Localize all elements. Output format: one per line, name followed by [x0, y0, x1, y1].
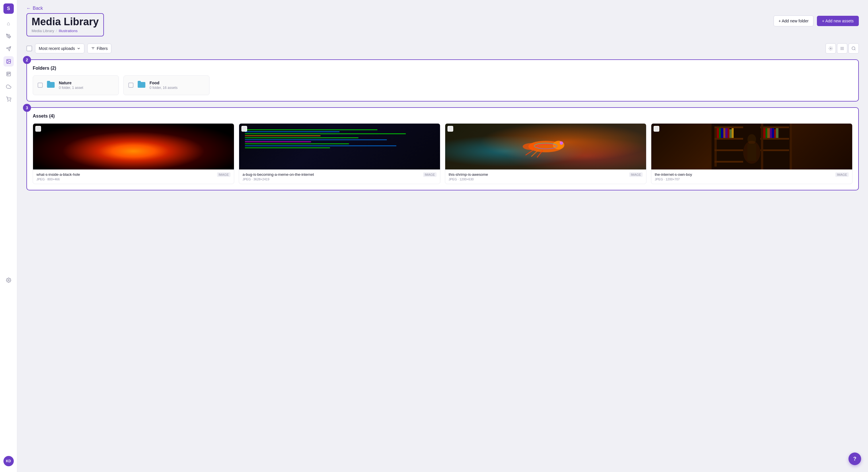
folder-food-info: Food 0 folder, 16 assets [150, 80, 205, 90]
svg-rect-45 [761, 138, 789, 140]
help-button[interactable]: ? [848, 452, 861, 465]
svg-rect-33 [714, 138, 743, 140]
shrimp-art-svg [445, 124, 646, 169]
asset-laptop-checkbox[interactable] [241, 126, 247, 132]
asset-shrimp-image-wrapper [445, 124, 646, 169]
asset-shrimp-checkbox[interactable] [447, 126, 453, 132]
asset-blackhole-checkbox[interactable] [35, 126, 41, 132]
asset-laptop-image-wrapper [239, 124, 440, 169]
filter-icon [91, 46, 95, 50]
assets-section-number: 3 [23, 104, 31, 112]
asset-laptop-type: IMAGE [423, 172, 437, 177]
asset-shrimp-meta: JPEG · 1200×630 [448, 177, 488, 181]
folder-card-nature[interactable]: Nature 0 folder, 1 asset [33, 75, 119, 95]
select-all-checkbox[interactable] [26, 45, 32, 51]
asset-shrimp-type: IMAGE [629, 172, 643, 177]
sidebar-item-cloud[interactable] [3, 81, 14, 92]
user-avatar[interactable]: KD [3, 456, 14, 466]
svg-rect-38 [721, 128, 723, 138]
filter-button[interactable]: Filters [87, 43, 112, 53]
svg-rect-55 [776, 128, 778, 138]
svg-rect-40 [725, 128, 727, 138]
svg-point-8 [8, 101, 8, 102]
folders-grid: Nature 0 folder, 1 asset Food 0 folder, … [33, 75, 852, 95]
toolbar-left: Most recent uploads Filters [26, 43, 112, 53]
svg-rect-49 [763, 128, 766, 138]
folder-icon [137, 80, 146, 89]
settings-view-button[interactable] [826, 43, 836, 54]
asset-library-meta: JPEG · 1200×707 [655, 177, 692, 181]
assets-grid: what-s-inside-a-black-hole JPEG · 800×46… [33, 123, 852, 184]
svg-rect-7 [9, 73, 9, 74]
back-nav[interactable]: ← Back [26, 6, 859, 11]
svg-rect-36 [717, 128, 719, 138]
list-view-button[interactable] [837, 43, 847, 54]
add-folder-button[interactable]: + Add new folder [774, 15, 813, 26]
svg-rect-43 [732, 128, 734, 138]
asset-library-text: the-internet-s-own-boy JPEG · 1200×707 [655, 172, 692, 181]
svg-rect-5 [7, 72, 11, 76]
search-icon [851, 46, 856, 51]
folder-nature-checkbox[interactable] [38, 82, 43, 88]
sidebar-item-brush[interactable] [3, 31, 14, 41]
header-actions: + Add new folder + Add new assets [774, 13, 859, 26]
add-assets-button[interactable]: + Add new assets [817, 16, 859, 26]
svg-rect-47 [761, 124, 763, 169]
svg-rect-42 [730, 129, 732, 138]
asset-library-name: the-internet-s-own-boy [655, 172, 692, 177]
folder-nature-name: Nature [59, 80, 114, 85]
sidebar-item-send[interactable] [3, 43, 14, 54]
breadcrumb-separator: / [56, 29, 57, 33]
asset-library-image-wrapper [651, 124, 852, 169]
header-row: Media Library Media Library / Illustrati… [26, 13, 859, 36]
sidebar-item-media[interactable] [3, 56, 14, 67]
toolbar-right [826, 43, 859, 54]
library-art-svg [651, 124, 852, 169]
folders-section-title: Folders (2) [33, 66, 852, 71]
filter-label: Filters [97, 46, 107, 51]
sort-dropdown[interactable]: Most recent uploads [35, 43, 84, 53]
asset-library-type: IMAGE [835, 172, 849, 177]
svg-rect-39 [723, 128, 725, 138]
asset-card-laptop[interactable]: a-bug-is-becoming-a-meme-on-the-internet… [239, 123, 440, 184]
sidebar-item-home[interactable]: ⌂ [3, 19, 14, 29]
svg-rect-44 [761, 127, 789, 128]
asset-library-checkbox[interactable] [654, 126, 659, 132]
asset-card-library[interactable]: the-internet-s-own-boy JPEG · 1200×707 I… [651, 123, 852, 184]
svg-rect-35 [714, 161, 743, 163]
svg-point-23 [560, 141, 561, 143]
asset-shrimp-text: this-shrimp-is-awesome JPEG · 1200×630 [448, 172, 488, 181]
folders-section-number: 2 [23, 56, 31, 64]
sidebar-item-cart[interactable] [3, 94, 14, 104]
list-icon [840, 46, 844, 51]
asset-laptop-info: a-bug-is-becoming-a-meme-on-the-internet… [239, 169, 440, 184]
asset-blackhole-type: IMAGE [217, 172, 230, 177]
svg-rect-32 [714, 127, 743, 128]
svg-rect-6 [7, 73, 8, 75]
breadcrumb-current: Illustrations [59, 29, 78, 33]
svg-point-59 [743, 141, 761, 164]
search-button[interactable] [848, 43, 859, 54]
svg-rect-31 [714, 127, 717, 167]
asset-shrimp-info: this-shrimp-is-awesome JPEG · 1200×630 I… [445, 169, 646, 184]
folder-card-food[interactable]: Food 0 folder, 16 assets [123, 75, 210, 95]
sidebar-item-pages[interactable] [3, 69, 14, 79]
asset-blackhole-name: what-s-inside-a-black-hole [36, 172, 80, 177]
sort-label: Most recent uploads [39, 46, 75, 51]
folder-food-checkbox[interactable] [128, 82, 133, 88]
svg-point-4 [7, 60, 8, 61]
sidebar-logo[interactable]: S [3, 3, 14, 14]
sidebar-item-settings[interactable] [3, 275, 14, 285]
asset-laptop-meta: JPEG · 3628×2419 [243, 177, 314, 181]
asset-card-shrimp[interactable]: this-shrimp-is-awesome JPEG · 1200×630 I… [445, 123, 646, 184]
svg-point-14 [830, 48, 831, 49]
breadcrumb-root[interactable]: Media Library [32, 29, 54, 33]
settings-icon [828, 46, 833, 51]
folder-food-icon [137, 80, 146, 91]
svg-rect-50 [766, 128, 767, 138]
folder-nature-info: Nature 0 folder, 1 asset [59, 80, 114, 90]
title-area: Media Library Media Library / Illustrati… [26, 13, 104, 36]
asset-card-blackhole[interactable]: what-s-inside-a-black-hole JPEG · 800×46… [33, 123, 234, 184]
svg-rect-48 [789, 124, 792, 169]
sidebar: S ⌂ KD [0, 0, 17, 472]
